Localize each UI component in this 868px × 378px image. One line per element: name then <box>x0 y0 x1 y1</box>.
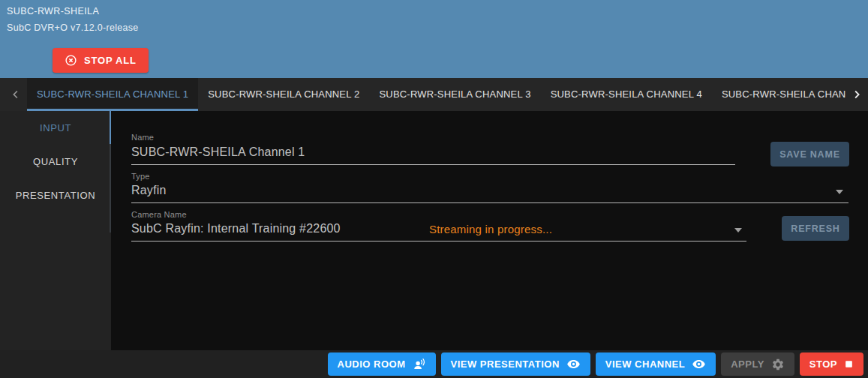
camera-field-label: Camera Name <box>131 210 187 219</box>
refresh-button[interactable]: REFRESH <box>782 216 849 241</box>
stop-square-icon <box>844 359 854 369</box>
type-field-label: Type <box>131 172 150 181</box>
tab-channel-3[interactable]: SUBC-RWR-SHEILA CHANNEL 3 <box>369 78 540 111</box>
type-select-underline <box>131 202 848 203</box>
name-input[interactable]: SUBC-RWR-SHEILA Channel 1 <box>131 146 305 159</box>
app-version: SubC DVR+O v7.12.0-release <box>7 22 139 33</box>
person-voice-icon <box>413 358 426 371</box>
gear-icon <box>771 358 785 371</box>
tab-channel-5-truncated[interactable]: SUBC-RWR-SHEILA CHAN <box>712 78 845 111</box>
eye-icon <box>566 357 581 371</box>
name-field-label: Name <box>131 133 154 142</box>
type-select[interactable]: Rayfin <box>131 184 167 197</box>
camera-select[interactable]: SubC Rayfin: Internal Training #22600 <box>131 222 341 236</box>
sidebar-item-quality[interactable]: QUALITY <box>0 145 111 178</box>
tab-channel-4[interactable]: SUBC-RWR-SHEILA CHANNEL 4 <box>541 78 712 111</box>
stop-all-label: STOP ALL <box>84 55 137 66</box>
chevron-right-icon[interactable] <box>845 78 868 111</box>
sidebar-item-presentation[interactable]: PRESENTATION <box>0 178 111 212</box>
camera-select-underline <box>131 241 746 242</box>
name-input-underline <box>131 164 735 165</box>
settings-sidebar: INPUT QUALITY PRESENTATION <box>0 111 111 350</box>
eye-icon <box>692 357 706 371</box>
channel-settings-body: INPUT QUALITY PRESENTATION Name SUBC-RWR… <box>0 111 868 350</box>
audio-room-button[interactable]: AUDIO ROOM <box>328 352 436 376</box>
input-settings-panel: Name SUBC-RWR-SHEILA Channel 1 SAVE NAME… <box>111 111 868 350</box>
app-header: SUBC-RWR-SHEILA SubC DVR+O v7.12.0-relea… <box>0 0 868 78</box>
stop-button[interactable]: STOP <box>800 352 863 376</box>
tab-strip: SUBC-RWR-SHEILA CHANNEL 1 SUBC-RWR-SHEIL… <box>27 78 845 111</box>
device-name: SUBC-RWR-SHEILA <box>7 6 99 16</box>
save-name-button[interactable]: SAVE NAME <box>770 142 849 166</box>
audio-room-label: AUDIO ROOM <box>338 358 406 370</box>
camera-dropdown-arrow-icon[interactable] <box>734 228 742 232</box>
tab-channel-2[interactable]: SUBC-RWR-SHEILA CHANNEL 2 <box>198 78 369 111</box>
stop-all-button[interactable]: STOP ALL <box>53 48 149 73</box>
sidebar-item-input[interactable]: INPUT <box>0 111 111 145</box>
streaming-status: Streaming in progress... <box>429 223 552 236</box>
subc-dvr-app: SUBC-RWR-SHEILA SubC DVR+O v7.12.0-relea… <box>0 0 868 378</box>
view-presentation-label: VIEW PRESENTATION <box>451 358 560 370</box>
apply-label: APPLY <box>731 358 764 370</box>
view-channel-button[interactable]: VIEW CHANNEL <box>596 352 716 376</box>
view-presentation-button[interactable]: VIEW PRESENTATION <box>441 352 590 376</box>
view-channel-label: VIEW CHANNEL <box>605 358 685 370</box>
chevron-left-icon[interactable] <box>5 78 27 111</box>
tab-channel-1[interactable]: SUBC-RWR-SHEILA CHANNEL 1 <box>27 78 198 111</box>
stop-label: STOP <box>809 358 837 370</box>
apply-button[interactable]: APPLY <box>721 352 794 376</box>
channel-tab-bar: SUBC-RWR-SHEILA CHANNEL 1 SUBC-RWR-SHEIL… <box>0 78 868 111</box>
type-dropdown-arrow-icon[interactable] <box>836 190 843 194</box>
stop-circle-icon <box>65 54 77 67</box>
action-bar: AUDIO ROOM VIEW PRESENTATION <box>0 350 868 378</box>
